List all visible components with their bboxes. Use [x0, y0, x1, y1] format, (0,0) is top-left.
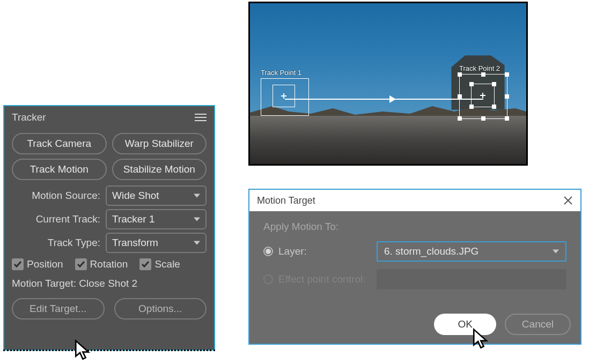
layer-radio[interactable] — [263, 247, 273, 256]
layer-dropdown-value: 6. storm_clouds.JPG — [384, 246, 478, 257]
scale-label: Scale — [154, 258, 180, 270]
motion-source-dropdown[interactable]: Wide Shot — [106, 185, 207, 206]
track-connector-line — [285, 99, 483, 100]
track-feature-region[interactable] — [471, 84, 495, 107]
motion-source-label: Motion Source: — [12, 190, 100, 202]
options-button[interactable]: Options... — [114, 298, 207, 320]
close-icon[interactable] — [563, 196, 573, 205]
current-track-value: Tracker 1 — [112, 213, 155, 225]
dialog-title: Motion Target — [257, 195, 315, 206]
chevron-down-icon — [194, 241, 200, 245]
chevron-down-icon — [194, 218, 200, 221]
crosshair-icon — [281, 93, 286, 99]
checkbox-checked-icon — [75, 258, 87, 270]
chevron-down-icon — [553, 250, 559, 254]
effect-point-radio-label: Effect point control: — [278, 273, 365, 285]
motion-source-value: Wide Shot — [112, 190, 159, 201]
motion-target-dialog: Motion Target Apply Motion To: Layer: 6.… — [248, 189, 581, 345]
effect-point-radio — [263, 274, 273, 284]
scale-checkbox[interactable]: Scale — [139, 258, 180, 270]
checkbox-checked-icon — [139, 258, 151, 270]
track-motion-button[interactable]: Track Motion — [12, 159, 107, 180]
motion-target-text: Motion Target: Close Shot 2 — [4, 270, 214, 289]
rotation-label: Rotation — [90, 258, 128, 270]
track-type-dropdown[interactable]: Transform — [106, 233, 207, 253]
apply-motion-to-label: Apply Motion To: — [263, 221, 566, 233]
effect-point-dropdown — [377, 269, 566, 289]
chevron-down-icon — [194, 194, 200, 198]
ok-button[interactable]: OK — [434, 314, 496, 335]
tracker-panel: Tracker Track Camera Warp Stabilizer Tra… — [3, 105, 215, 351]
track-feature-region[interactable] — [273, 85, 295, 107]
position-label: Position — [27, 258, 63, 270]
edit-target-button[interactable]: Edit Target... — [12, 298, 105, 320]
position-checkbox[interactable]: Position — [12, 258, 63, 270]
cancel-button[interactable]: Cancel — [505, 314, 571, 335]
track-camera-button[interactable]: Track Camera — [12, 133, 107, 154]
current-track-dropdown[interactable]: Tracker 1 — [106, 209, 207, 229]
warp-stabilizer-button[interactable]: Warp Stabilizer — [112, 133, 207, 154]
track-point-1[interactable]: Track Point 1 — [261, 78, 309, 116]
crosshair-icon — [480, 93, 485, 98]
track-type-label: Track Type: — [12, 237, 100, 249]
checkbox-checked-icon — [12, 258, 24, 270]
scene-element — [250, 116, 526, 164]
rotation-checkbox[interactable]: Rotation — [75, 258, 128, 270]
track-type-value: Transform — [112, 237, 158, 248]
layer-dropdown[interactable]: 6. storm_clouds.JPG — [377, 241, 566, 262]
stabilize-motion-button[interactable]: Stabilize Motion — [112, 159, 207, 180]
panel-menu-icon[interactable] — [195, 113, 207, 122]
track-point-1-label: Track Point 1 — [261, 69, 301, 77]
panel-resize-edge[interactable] — [3, 350, 215, 352]
track-direction-arrow-icon — [389, 95, 396, 103]
current-track-label: Current Track: — [12, 213, 100, 225]
layer-radio-label: Layer: — [278, 246, 307, 257]
layer-preview[interactable]: Track Point 1 Track Point 2 — [248, 2, 528, 166]
track-point-2-label: Track Point 2 — [459, 64, 500, 72]
track-point-2[interactable]: Track Point 2 — [459, 74, 507, 120]
tracker-title: Tracker — [12, 112, 46, 123]
